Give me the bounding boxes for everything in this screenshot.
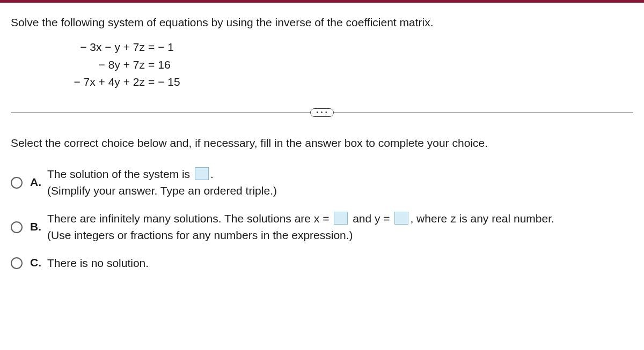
option-a-text-pre: The solution of the system is (47, 168, 193, 180)
equals-sign: = (145, 39, 158, 56)
option-c: C. There is no solution. (11, 255, 633, 272)
equation-rhs: − 15 (158, 73, 180, 91)
radio-a[interactable] (11, 177, 23, 189)
option-body-b: There are infinitely many solutions. The… (47, 210, 633, 244)
option-b-text-pre: There are infinitely many solutions. The… (47, 212, 332, 225)
equation-lhs: − 7x + 4y + 2z (54, 73, 145, 91)
option-c-text: There is no solution. (47, 257, 149, 269)
equation-system: − 3x − y + 7z = − 1 − 8y + 7z = 16 − 7x … (54, 39, 633, 91)
equals-sign: = (145, 73, 158, 91)
dots-icon: • • • (316, 109, 327, 115)
option-b-hint: (Use integers or fractions for any numbe… (47, 229, 353, 241)
equation-row: − 8y + 7z = 16 (54, 56, 633, 74)
option-b: B. There are infinitely many solutions. … (11, 210, 633, 244)
expand-button[interactable]: • • • (310, 108, 334, 117)
option-label-a: A. (30, 176, 43, 189)
equation-row: − 7x + 4y + 2z = − 15 (54, 73, 633, 91)
answer-input-b-y[interactable] (394, 212, 408, 225)
section-divider: • • • (11, 107, 633, 118)
question-prompt: Solve the following system of equations … (11, 16, 633, 29)
option-a: A. The solution of the system is . (Simp… (11, 166, 633, 199)
option-a-hint: (Simplify your answer. Type an ordered t… (47, 184, 277, 197)
equation-lhs: − 3x − y + 7z (54, 39, 145, 56)
equation-rhs: 16 (158, 56, 170, 74)
option-b-text-post: , where z is any real number. (410, 212, 554, 225)
equals-sign: = (145, 56, 158, 74)
answer-input-b-x[interactable] (334, 212, 348, 225)
answer-options: A. The solution of the system is . (Simp… (11, 166, 633, 272)
option-a-text-post: . (210, 168, 214, 180)
equation-rhs: − 1 (158, 39, 174, 56)
option-body-a: The solution of the system is . (Simplif… (47, 166, 633, 199)
question-content: Solve the following system of equations … (0, 3, 644, 293)
radio-b[interactable] (11, 221, 23, 233)
equation-lhs: − 8y + 7z (54, 56, 145, 74)
option-body-c: There is no solution. (47, 255, 633, 272)
answer-instruction: Select the correct choice below and, if … (11, 137, 633, 150)
equation-row: − 3x − y + 7z = − 1 (54, 39, 633, 56)
option-b-text-mid: and y = (349, 212, 393, 225)
option-label-b: B. (30, 220, 43, 233)
answer-input-a[interactable] (195, 167, 209, 180)
radio-c[interactable] (11, 257, 23, 269)
option-label-c: C. (30, 256, 43, 269)
